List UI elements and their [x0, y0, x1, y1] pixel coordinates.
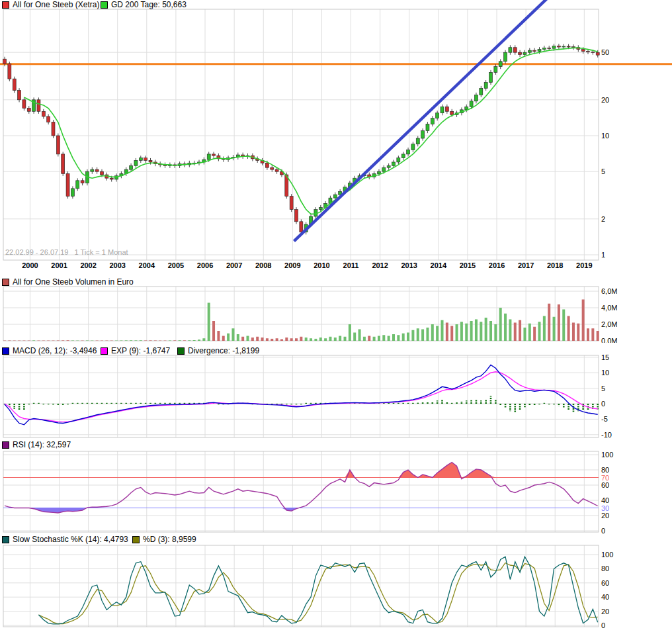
price-legend-row: All for One Steeb (Xetra) GD 200 Tage: 5… [0, 1, 672, 9]
x-axis-year-label: 2011 [343, 261, 359, 269]
macd-legend-label: MACD (26, 12): -3,4946 [13, 347, 97, 355]
axis-tick-label: 10 [601, 132, 609, 140]
axis-tick-label: 50 [601, 48, 609, 56]
axis-tick-label: -5 [601, 415, 608, 423]
gd200-legend-label: GD 200 Tage: 50,663 [111, 1, 187, 9]
x-axis-year-label: 2018 [547, 261, 563, 269]
gd200-legend-item: GD 200 Tage: 50,663 [101, 1, 187, 9]
x-axis-year-label: 2004 [139, 261, 155, 269]
axis-tick-label: 60 [601, 579, 609, 587]
axis-tick-label: 5 [601, 385, 605, 392]
macd-legend-row: MACD (26, 12): -3,4946 EXP (9): -1,6747 … [0, 347, 672, 355]
date-range-note: 22.02.99 - 26.07.19 1 Tick = 1 Monat [5, 248, 128, 256]
macd-swatch-icon [2, 347, 9, 355]
x-axis-year-label: 2003 [109, 261, 125, 269]
axis-tick-label: 40 [601, 496, 609, 504]
axis-tick-label: 0,0M [601, 337, 617, 343]
stochastic-k-legend-item: Slow Stochastic %K (14): 4,4793 [2, 535, 128, 544]
x-axis-year-label: 2009 [284, 261, 300, 269]
axis-tick-label: -10 [601, 431, 612, 438]
volume-legend-item: All for One Steeb Volumen in Euro [2, 278, 134, 287]
x-axis-year-label: 2015 [460, 261, 476, 269]
x-axis-year-label: 2013 [401, 261, 417, 269]
x-axis-year-label: 2014 [431, 261, 446, 269]
x-axis-year-label: 2019 [576, 261, 592, 269]
axis-tick-label: 10 [601, 369, 609, 377]
x-axis-year-label: 2010 [314, 261, 329, 269]
chart-page: 502010521 6,0M4,0M2,0M0,0M 151050-5-10 1… [0, 0, 672, 634]
divergence-legend-item: Divergence: -1,8199 [177, 347, 259, 355]
x-axis-year-label: 2016 [489, 261, 505, 269]
volume-legend-row: All for One Steeb Volumen in Euro [0, 278, 672, 287]
stochastic-k-swatch-icon [2, 536, 9, 543]
divergence-legend-label: Divergence: -1,8199 [188, 347, 259, 355]
stochastic-legend-row: Slow Stochastic %K (14): 4,4793 %D (3): … [0, 535, 672, 544]
stochastic-chart[interactable]: 100806040200 [0, 543, 672, 634]
axis-tick-label: 40 [601, 593, 609, 601]
volume-swatch-icon [2, 279, 9, 286]
axis-tick-label: 0 [601, 527, 605, 533]
rsi-chart[interactable]: 1008070604030200 [0, 450, 672, 533]
axis-tick-label: 100 [601, 551, 613, 559]
x-axis-year-label: 2000 [22, 261, 38, 269]
stochastic-d-legend-label: %D (3): 8,9599 [143, 535, 196, 544]
rsi-legend-row: RSI (14): 32,597 [0, 441, 672, 449]
price-chart[interactable]: 502010521 [0, 0, 672, 261]
axis-tick-label: 0 [601, 621, 605, 629]
axis-tick-label: 70 [601, 474, 609, 482]
volume-chart[interactable]: 6,0M4,0M2,0M0,0M [0, 285, 672, 343]
axis-tick-label: 100 [601, 451, 613, 459]
stochastic-d-legend-item: %D (3): 8,9599 [132, 535, 196, 544]
axis-tick-label: 0 [601, 400, 605, 408]
axis-tick-label: 5 [601, 167, 605, 175]
x-axis-year-label: 2001 [51, 261, 67, 269]
rsi-swatch-icon [2, 441, 9, 449]
volume-legend-label: All for One Steeb Volumen in Euro [13, 278, 134, 287]
axis-tick-label: 2,0M [601, 320, 617, 328]
stochastic-d-swatch-icon [132, 536, 140, 543]
exp-swatch-icon [101, 347, 108, 355]
axis-tick-label: 2 [601, 215, 605, 223]
x-axis-year-label: 2008 [255, 261, 271, 269]
gd200-swatch-icon [101, 1, 108, 9]
exp-legend-label: EXP (9): -1,6747 [111, 347, 170, 355]
x-axis-year-label: 2017 [518, 261, 534, 269]
macd-chart[interactable]: 151050-5-10 [0, 354, 672, 438]
x-axis-year-label: 2007 [226, 261, 242, 269]
axis-tick-label: 60 [601, 481, 609, 489]
axis-tick-label: 1 [601, 251, 605, 259]
x-axis-year-label: 2006 [197, 261, 213, 269]
axis-tick-label: 4,0M [601, 304, 617, 312]
price-swatch-icon [2, 1, 9, 9]
axis-tick-label: 80 [601, 466, 609, 474]
divergence-swatch-icon [177, 347, 185, 355]
axis-tick-label: 20 [601, 96, 609, 104]
axis-tick-label: 20 [601, 608, 609, 615]
x-axis-year-label: 2012 [372, 261, 388, 269]
price-legend-item: All for One Steeb (Xetra) [2, 1, 99, 9]
stochastic-k-legend-label: Slow Stochastic %K (14): 4,4793 [13, 535, 128, 544]
macd-legend-item: MACD (26, 12): -3,4946 [2, 347, 97, 355]
axis-tick-label: 80 [601, 565, 609, 572]
x-axis-year-labels: 2000200120022003200420052006200720082009… [0, 261, 672, 271]
x-axis-year-label: 2005 [168, 261, 184, 269]
rsi-legend-label: RSI (14): 32,597 [13, 441, 71, 449]
axis-tick-label: 6,0M [601, 287, 617, 295]
rsi-legend-item: RSI (14): 32,597 [2, 441, 71, 449]
axis-tick-label: 30 [601, 504, 609, 512]
price-legend-label: All for One Steeb (Xetra) [13, 1, 99, 9]
exp-legend-item: EXP (9): -1,6747 [101, 347, 170, 355]
x-axis-year-label: 2002 [80, 261, 96, 269]
axis-tick-label: 20 [601, 512, 609, 520]
